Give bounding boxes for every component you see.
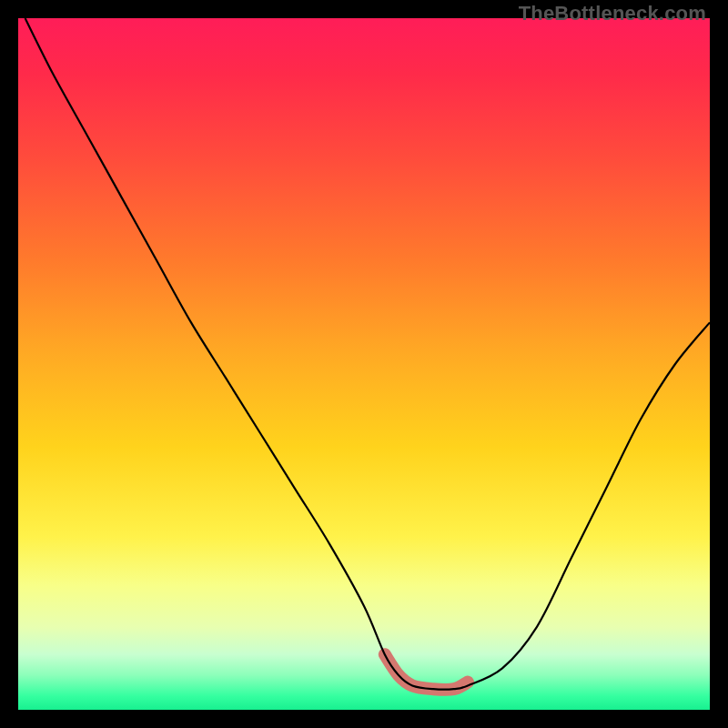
bottleneck-curve-path (25, 18, 710, 690)
chart-frame: TheBottleneck.com (0, 0, 728, 728)
curve-layer (18, 18, 710, 710)
